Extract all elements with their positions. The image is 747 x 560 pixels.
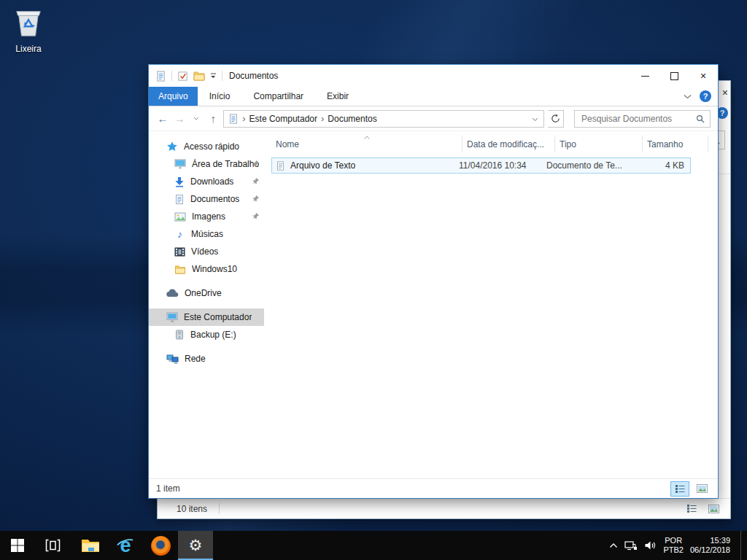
firefox-button[interactable] <box>143 531 178 560</box>
desktop: Lixeira × ? 10 itens <box>0 0 747 560</box>
pin-icon <box>252 177 260 187</box>
file-explorer-button[interactable] <box>73 531 108 560</box>
search-input[interactable] <box>580 113 696 125</box>
volume-tray-button[interactable] <box>644 540 657 551</box>
column-header-data[interactable]: Data de modificaç... <box>462 136 555 152</box>
thumbnail-view-button[interactable] <box>692 481 711 497</box>
tab-inicio[interactable]: Início <box>198 87 242 106</box>
breadcrumb-separator: › <box>321 114 324 123</box>
up-button[interactable]: ↑ <box>206 112 220 125</box>
help-icon[interactable]: ? <box>700 90 711 102</box>
windows-logo-icon <box>11 539 24 552</box>
sidebar-item-area-de-trabalho[interactable]: Área de Trabalho <box>149 155 264 173</box>
recent-locations-dropdown[interactable] <box>190 117 203 120</box>
status-bar: 10 itens <box>158 498 730 518</box>
task-view-button[interactable] <box>35 531 70 560</box>
column-headers: Nome Data de modificaç... Tipo Tamanho <box>271 136 718 152</box>
collapse-ribbon-icon[interactable] <box>684 94 692 99</box>
search-box[interactable] <box>574 110 711 128</box>
chevron-up-icon <box>609 542 618 548</box>
thumbnail-view-icon <box>697 484 708 493</box>
sidebar-item-onedrive[interactable]: OneDrive <box>149 284 264 302</box>
close-button[interactable]: × <box>689 65 718 87</box>
pin-icon <box>252 212 260 222</box>
column-header-tamanho[interactable]: Tamanho <box>643 136 708 152</box>
divider <box>171 71 172 81</box>
quick-access-toolbar <box>155 71 222 82</box>
sidebar-item-rede[interactable]: Rede <box>149 350 264 368</box>
refresh-button[interactable] <box>548 110 564 128</box>
close-icon[interactable]: × <box>722 88 728 98</box>
pin-icon <box>252 160 260 170</box>
show-desktop-button[interactable] <box>740 531 745 560</box>
sidebar-item-imagens[interactable]: Imagens <box>149 208 264 225</box>
new-folder-button-icon[interactable] <box>193 71 205 81</box>
thumbnail-view-button[interactable] <box>704 501 723 516</box>
column-header-tipo[interactable]: Tipo <box>555 136 643 152</box>
file-size: 4 KB <box>629 160 684 171</box>
sort-ascending-icon <box>363 131 370 141</box>
file-name: Arquivo de Texto <box>290 160 355 171</box>
computer-icon <box>166 312 178 322</box>
quick-access-star-icon <box>166 141 178 152</box>
start-button[interactable] <box>0 531 35 560</box>
gear-icon: ⚙ <box>189 538 203 553</box>
sidebar-item-musicas[interactable]: ♪ Músicas <box>149 225 264 243</box>
tab-arquivo[interactable]: Arquivo <box>149 87 198 106</box>
sidebar-item-documentos[interactable]: Documentos <box>149 190 264 208</box>
back-button[interactable]: ← <box>156 112 169 125</box>
minimize-icon <box>641 76 649 77</box>
breadcrumb-current[interactable]: Documentos <box>328 114 376 124</box>
details-view-button[interactable] <box>682 501 701 516</box>
file-modified: 11/04/2016 10:34 <box>459 160 546 171</box>
column-header-nome[interactable]: Nome <box>271 136 462 152</box>
sidebar-item-downloads[interactable]: Downloads <box>149 173 264 190</box>
recycle-bin-label: Lixeira <box>4 44 53 54</box>
sidebar-item-este-computador[interactable]: Este Computador <box>149 308 264 326</box>
forward-button[interactable]: → <box>173 112 186 125</box>
language-indicator[interactable]: POR PTB2 <box>663 536 684 555</box>
maximize-icon <box>670 72 678 80</box>
sidebar-item-acesso-rapido[interactable]: Acesso rápido <box>149 138 264 155</box>
details-view-icon <box>676 485 685 493</box>
window-body: Acesso rápido Área de Trabalho <box>149 131 718 478</box>
settings-button[interactable]: ⚙ <box>178 531 213 560</box>
address-bar[interactable]: › Este Computador › Documentos <box>223 110 543 128</box>
minimize-button[interactable] <box>630 65 659 87</box>
internet-explorer-button[interactable]: e <box>108 531 143 560</box>
breadcrumb-root[interactable]: Este Computador <box>249 114 317 124</box>
maximize-button[interactable] <box>659 65 689 87</box>
sidebar-item-windows10[interactable]: Windows10 <box>149 260 264 278</box>
recycle-bin[interactable]: Lixeira <box>4 6 53 54</box>
date: 06/12/2018 <box>690 545 730 555</box>
properties-button-icon[interactable] <box>177 71 188 82</box>
customize-toolbar-dropdown-icon[interactable] <box>210 73 217 79</box>
navigation-pane: Acesso rápido Área de Trabalho <box>149 131 264 478</box>
pin-icon <box>252 195 260 205</box>
address-dropdown[interactable] <box>529 114 541 124</box>
drive-icon <box>174 330 185 340</box>
document-icon <box>174 194 185 205</box>
search-icon <box>696 114 705 123</box>
file-row[interactable]: Arquivo de Texto 11/04/2016 10:34 Docume… <box>271 158 691 174</box>
tab-compartilhar[interactable]: Compartilhar <box>241 87 315 106</box>
pictures-icon <box>174 212 186 222</box>
onedrive-cloud-icon <box>166 289 179 298</box>
network-tray-button[interactable] <box>624 540 638 551</box>
task-view-icon <box>45 539 61 552</box>
items-count: 1 item <box>156 483 180 494</box>
divider <box>219 503 220 514</box>
breadcrumb-separator: › <box>242 114 245 123</box>
details-view-button[interactable] <box>670 481 689 497</box>
tray-overflow-button[interactable] <box>609 542 618 548</box>
sidebar-item-backup-e[interactable]: Backup (E:) <box>149 326 264 343</box>
sidebar-item-videos[interactable]: Vídeos <box>149 243 264 260</box>
desktop-icon <box>174 159 186 169</box>
videos-icon <box>174 247 185 257</box>
tab-exibir[interactable]: Exibir <box>315 87 360 106</box>
clock[interactable]: 15:39 06/12/2018 <box>690 536 730 555</box>
speaker-icon <box>644 540 657 551</box>
window-controls: × <box>630 65 718 87</box>
system-tray: POR PTB2 15:39 06/12/2018 <box>609 531 747 560</box>
location-document-icon <box>228 114 239 124</box>
